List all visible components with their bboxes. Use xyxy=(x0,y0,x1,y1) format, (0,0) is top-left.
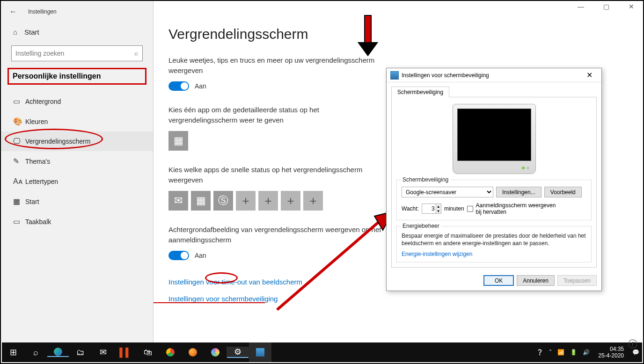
dialog-taskbar-icon xyxy=(256,348,264,357)
sidebar-item-icon: ▭ xyxy=(13,217,25,226)
calendar-icon: ▦ xyxy=(196,195,206,207)
sidebar-item-kleuren[interactable]: 🎨Kleuren xyxy=(1,111,153,131)
sidebar-item-vergrendelingsscherm[interactable]: 🖵Vergrendelingsscherm xyxy=(1,131,153,151)
office-icon: ▌▌ xyxy=(119,348,132,357)
app-title: Instellingen xyxy=(28,8,57,15)
start-button[interactable]: ⊞ xyxy=(2,342,24,362)
screensaver-select[interactable]: Google-screensaver xyxy=(402,187,493,197)
wait-minutes-input[interactable]: ▲▼ xyxy=(422,204,441,214)
screensaver-preview-button[interactable]: Voorbeeld xyxy=(544,187,582,197)
spinner-up[interactable]: ▲ xyxy=(436,204,441,209)
quick-app-add-4[interactable]: + xyxy=(303,191,323,211)
dialog-ok-button[interactable]: OK xyxy=(483,275,514,286)
picasa-icon xyxy=(211,348,220,357)
sidebar-item-lettertypen[interactable]: AᴀLettertypen xyxy=(1,171,153,191)
tray-clock[interactable]: 04:35 25-4-2020 xyxy=(595,346,627,359)
sidebar-item-thema-s[interactable]: ✎Thema's xyxy=(1,151,153,171)
tray-chevron-up-icon[interactable]: ˄ xyxy=(549,349,552,356)
quick-app-add-3[interactable]: + xyxy=(281,191,300,211)
calendar-icon: ▦ xyxy=(174,135,183,147)
back-button[interactable]: ← xyxy=(9,7,22,16)
taskbar-chrome[interactable] xyxy=(159,342,182,362)
sidebar-item-icon: ✎ xyxy=(13,157,25,166)
link-screensaver-settings[interactable]: Instellingen voor schermbeveiliging xyxy=(168,295,278,303)
sidebar-home[interactable]: ⌂ Start xyxy=(1,22,153,42)
taskbar-edge[interactable] xyxy=(47,348,69,356)
tray-time: 04:35 xyxy=(598,346,624,352)
sidebar-item-achtergrond[interactable]: ▭Achtergrond xyxy=(1,91,153,111)
sidebar-category: Persoonlijke instellingen xyxy=(7,68,146,85)
group-screensaver-label: Schermbeveiliging xyxy=(401,176,450,183)
chrome-icon xyxy=(166,348,175,357)
sidebar-item-icon: ▭ xyxy=(13,97,25,106)
watermark: ⓡ xyxy=(628,338,637,350)
detail-status-app-button[interactable]: ▦ xyxy=(168,131,188,151)
power-desc: Bespaar energie of maximaliseer de prest… xyxy=(402,232,586,247)
power-settings-link[interactable]: Energie-instellingen wijzigen xyxy=(402,251,586,257)
wait-minutes-field[interactable] xyxy=(422,204,436,213)
dialog-title: Instellingen voor schermbeveiliging xyxy=(402,72,577,79)
quick-app-add-2[interactable]: + xyxy=(258,191,278,211)
sidebar-item-label: Achtergrond xyxy=(25,98,61,105)
plus-icon: + xyxy=(287,194,294,208)
annotation-arrow-right xyxy=(272,211,394,314)
screensaver-dialog: Instellingen voor schermbeveiliging ✕ Sc… xyxy=(386,68,602,291)
taskbar-file-explorer[interactable]: 🗂 xyxy=(69,342,92,362)
toggle-signin-bg[interactable] xyxy=(168,251,189,260)
quick-app-skype[interactable]: Ⓢ xyxy=(213,191,233,211)
sidebar-item-label: Thema's xyxy=(25,158,50,165)
dialog-tab-screensaver[interactable]: Schermbeveiliging xyxy=(391,87,449,97)
spinner-down[interactable]: ▼ xyxy=(436,209,441,213)
group-power-label: Energiebeheer xyxy=(401,223,441,229)
sidebar-item-start[interactable]: ▦Start xyxy=(1,191,153,211)
skype-icon: Ⓢ xyxy=(218,194,228,208)
quick-app-calendar[interactable]: ▦ xyxy=(191,191,211,211)
sidebar-item-label: Taakbalk xyxy=(25,218,51,226)
quick-app-mail[interactable]: ✉ xyxy=(168,191,188,211)
plus-icon: + xyxy=(309,194,316,208)
taskbar-mail[interactable]: ✉ xyxy=(92,342,114,362)
dialog-close-button[interactable]: ✕ xyxy=(580,70,599,81)
quick-status-desc: Kies welke apps de snelle status op het … xyxy=(168,165,384,185)
plus-icon: + xyxy=(264,194,271,208)
taskbar-office[interactable]: ▌▌ xyxy=(114,342,137,362)
search-icon: ⌕ xyxy=(134,49,138,57)
toggle-fun-facts[interactable] xyxy=(168,81,189,91)
resume-label: Aanmeldingsscherm weergeven bij hervatte… xyxy=(476,202,560,215)
sidebar-item-label: Lettertypen xyxy=(25,178,58,185)
taskbar-screensaver-dialog[interactable] xyxy=(249,342,271,362)
annotation-arrow-down xyxy=(364,15,383,56)
sidebar-home-label: Start xyxy=(24,28,39,36)
taskbar-picasa[interactable] xyxy=(204,342,227,362)
detail-status-desc: Kies één app om de gedetailleerde status… xyxy=(168,105,384,125)
toggle1-desc: Leuke weetjes, tips en trucs en meer op … xyxy=(168,55,384,76)
taskbar-firefox[interactable] xyxy=(182,342,204,362)
quick-status-tiles: ✉ ▦ Ⓢ + + + + xyxy=(168,191,384,211)
resume-checkbox[interactable] xyxy=(467,206,473,212)
sidebar-item-icon: ▦ xyxy=(13,197,25,206)
taskbar-settings[interactable]: ⚙ xyxy=(227,347,249,357)
edge-icon xyxy=(54,348,62,356)
sidebar-item-taakbalk[interactable]: ▭Taakbalk xyxy=(1,211,153,232)
sidebar-item-icon: 🎨 xyxy=(13,117,25,126)
tray-help-icon[interactable]: ❔ xyxy=(536,349,543,356)
taskbar-search[interactable]: ⌕ xyxy=(24,342,47,362)
home-icon: ⌂ xyxy=(13,28,24,36)
taskbar: ⊞ ⌕ 🗂 ✉ ▌▌ 🛍 ⚙ ❔ ˄ 📶 🔋 🔊 04:35 25-4-2020… xyxy=(2,342,642,362)
search-input[interactable] xyxy=(11,45,143,61)
sidebar-item-icon: Aᴀ xyxy=(13,177,25,186)
dialog-apply-button[interactable]: Toepassen xyxy=(557,275,597,286)
plus-icon: + xyxy=(242,194,249,208)
annotation-circle-lockscreen xyxy=(5,129,103,149)
sidebar-item-label: Kleuren xyxy=(25,118,48,125)
quick-app-add-1[interactable]: + xyxy=(236,191,256,211)
tray-volume-icon[interactable]: 🔊 xyxy=(583,349,590,356)
wait-label: Wacht: xyxy=(402,205,419,212)
screensaver-settings-button[interactable]: Instellingen... xyxy=(496,187,542,197)
dialog-cancel-button[interactable]: Annuleren xyxy=(517,275,555,286)
toggle2-state: Aan xyxy=(195,252,206,259)
taskbar-store[interactable]: 🛍 xyxy=(137,342,159,362)
tray-battery-icon[interactable]: 🔋 xyxy=(570,349,577,356)
page-title: Vergrendelingsscherm xyxy=(168,26,628,42)
tray-wifi-icon[interactable]: 📶 xyxy=(557,349,564,356)
